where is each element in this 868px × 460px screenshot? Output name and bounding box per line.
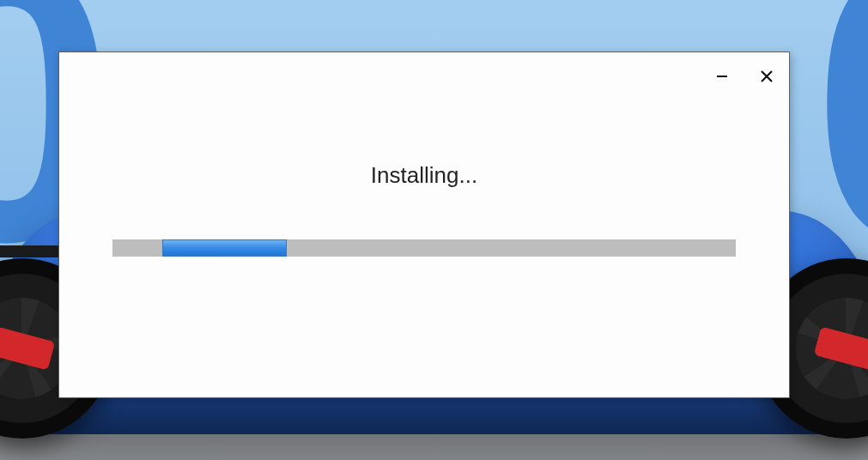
close-button[interactable] xyxy=(744,52,789,100)
titlebar xyxy=(700,52,789,100)
progress-bar xyxy=(112,239,736,257)
progress-chunk xyxy=(162,239,287,257)
close-icon xyxy=(761,70,773,82)
status-text: Installing... xyxy=(59,162,789,189)
svg-rect-0 xyxy=(717,76,727,77)
minimize-icon xyxy=(716,70,728,82)
installer-dialog: Installing... xyxy=(58,51,790,398)
minimize-button[interactable] xyxy=(700,52,744,100)
